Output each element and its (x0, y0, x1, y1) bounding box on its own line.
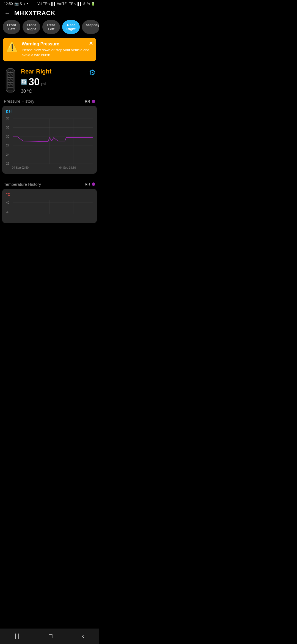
temperature-value: 30 °C (21, 89, 96, 94)
status-right: VoLTE↑↓ ▌▌ VoLTE LTE↑↓ ▌▌ 81% 🔋 (37, 2, 95, 6)
status-time: 12:50 (4, 2, 13, 6)
svg-text:21: 21 (6, 162, 9, 165)
pressure-unit: psi (41, 82, 46, 88)
svg-text:04 Sep 02:50: 04 Sep 02:50 (12, 167, 29, 170)
svg-text:27: 27 (6, 144, 9, 147)
tyre-name: Rear Right (21, 68, 96, 75)
warning-icon: ⚠️ (6, 42, 18, 51)
svg-text:30: 30 (6, 135, 9, 138)
back-button[interactable]: ← (4, 10, 10, 17)
battery-icon: 🔋 (91, 2, 95, 6)
pressure-chart-container: psi 36 33 30 27 24 21 04 Sep 02:50 04 Se… (2, 106, 97, 174)
pressure-warning-icon: 🔄 (21, 79, 27, 85)
settings-button[interactable]: ⚙ (89, 68, 96, 77)
svg-text:04 Sep 19:30: 04 Sep 19:30 (59, 167, 76, 170)
app-title: MHXXTRACK (14, 10, 56, 17)
warning-description: Please slow down or stop your vehicle an… (22, 48, 92, 58)
tyre-info: Rear Right 🔄 30 psi 30 °C (21, 68, 96, 94)
app-header: ← MHXXTRACK (0, 7, 99, 20)
tyre-detail: Rear Right 🔄 30 psi 30 °C ⚙ (0, 65, 99, 95)
temperature-chart: 40 36 (5, 198, 94, 220)
pressure-legend-label: RR (85, 99, 90, 103)
status-bar: 12:50 📷 S ▷ • VoLTE↑↓ ▌▌ VoLTE LTE↑↓ ▌▌ … (0, 0, 99, 7)
pressure-row: 🔄 30 psi (21, 76, 96, 88)
tab-front-right[interactable]: FrontRight (23, 20, 40, 34)
temperature-chart-ylabel: °C (5, 192, 94, 197)
signal-info: VoLTE↑↓ ▌▌ VoLTE LTE↑↓ ▌▌ (37, 2, 82, 6)
tab-rear-left[interactable]: RearLeft (42, 20, 60, 34)
pressure-chart-ylabel: psi (5, 109, 94, 113)
pressure-legend-dot (92, 100, 95, 103)
warning-title: Warning Pressure (22, 42, 92, 47)
temperature-history-header: Temperature History RR (0, 178, 99, 189)
temperature-history-title: Temperature History (4, 182, 41, 187)
tyre-image (3, 68, 18, 93)
temperature-chart-container: °C 40 36 (2, 189, 97, 223)
battery-level: 81% (83, 2, 90, 6)
tab-rear-right[interactable]: RearRight (62, 20, 80, 34)
warning-banner: ⚠️ Warning Pressure Please slow down or … (3, 38, 96, 61)
pressure-value: 30 (29, 76, 40, 88)
temperature-legend: RR (85, 182, 95, 186)
svg-text:33: 33 (6, 126, 9, 129)
svg-text:36: 36 (6, 210, 9, 214)
warning-close-button[interactable]: ✕ (89, 40, 93, 47)
temperature-legend-label: RR (85, 182, 90, 186)
temperature-legend-dot (92, 182, 95, 186)
tab-bar: FrontLeft FrontRight RearLeft RearRight … (0, 20, 99, 38)
pressure-history-header: Pressure History RR (0, 95, 99, 106)
svg-text:40: 40 (6, 201, 9, 204)
svg-text:24: 24 (6, 153, 9, 156)
tab-front-left[interactable]: FrontLeft (3, 20, 20, 34)
tab-stepney[interactable]: Stepney (82, 20, 99, 34)
status-icons: 📷 S ▷ • (14, 2, 28, 6)
pressure-history-title: Pressure History (4, 99, 34, 103)
pressure-legend: RR (85, 99, 95, 103)
warning-text-block: Warning Pressure Please slow down or sto… (22, 42, 92, 58)
pressure-chart: 36 33 30 27 24 21 04 Sep 02:50 04 Sep 19… (5, 114, 94, 170)
status-left: 12:50 📷 S ▷ • (4, 2, 28, 6)
svg-text:36: 36 (6, 117, 9, 120)
